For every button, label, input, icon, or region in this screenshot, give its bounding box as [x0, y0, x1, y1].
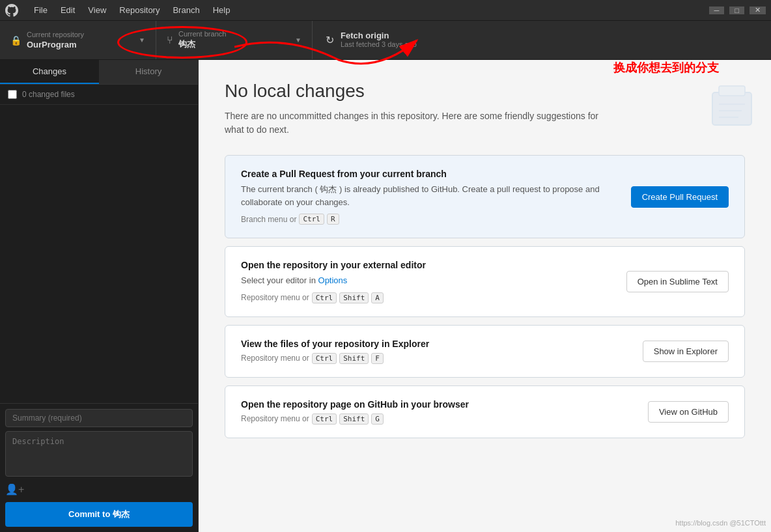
fetch-origin-button[interactable]: ↻ Fetch origin Last fetched 3 days ago [313, 21, 771, 59]
card-pr-desc: The current branch ( 钩杰 ) is already pub… [241, 183, 621, 208]
card-explorer-shortcut-prefix: Repository menu or [241, 354, 309, 363]
card-editor-key-shift: Shift [339, 292, 369, 303]
toolbar: 🔒 Current repository OurProgram ▼ ⑂ Curr… [0, 21, 771, 60]
file-list [0, 105, 198, 403]
branch-name: 钩杰 [178, 38, 287, 50]
menu-help[interactable]: Help [208, 3, 236, 18]
card-pr-shortcut: Branch menu or Ctrl R [241, 214, 621, 225]
svg-rect-1 [712, 92, 751, 125]
card-editor-options-link[interactable]: Options [318, 275, 348, 285]
lock-icon: 🔒 [10, 35, 21, 46]
minimize-button[interactable]: ─ [709, 7, 725, 14]
fetch-info: Fetch origin Last fetched 3 days ago [341, 31, 417, 49]
card-pull-request: Create a Pull Request from your current … [225, 155, 745, 238]
tab-history[interactable]: History [99, 60, 198, 84]
main-content: No local changes There are no uncommitte… [199, 60, 771, 532]
card-explorer-shortcut: Repository menu or Ctrl Shift F [241, 353, 632, 364]
card-pr-body: Create a Pull Request from your current … [241, 169, 621, 225]
fetch-sublabel: Last fetched 3 days ago [341, 40, 417, 49]
card-github-shortcut-prefix: Repository menu or [241, 414, 309, 423]
create-pull-request-button[interactable]: Create Pull Request [631, 186, 729, 208]
summary-input[interactable] [5, 409, 193, 427]
card-editor-shortcut-prefix: Repository menu or [241, 293, 309, 302]
watermark: https://blog.csdn @51CTOttt [675, 519, 766, 527]
commit-footer: 👤+ Commit to 钩杰 [0, 403, 198, 532]
current-repo-selector[interactable]: 🔒 Current repository OurProgram ▼ [0, 21, 156, 59]
card-editor-title: Open the repository in your external edi… [241, 260, 616, 270]
branch-info: Current branch 钩杰 [178, 30, 287, 50]
close-button[interactable]: ✕ [750, 7, 766, 14]
branch-dropdown-arrow: ▼ [295, 36, 301, 44]
menu-bar: File Edit View Repository Branch Help [29, 3, 235, 18]
no-changes-title: No local changes [225, 81, 745, 102]
fetch-label: Fetch origin [341, 31, 417, 40]
card-editor-key-a: A [371, 292, 384, 303]
current-branch-selector[interactable]: ⑂ Current branch 钩杰 ▼ [156, 21, 313, 59]
card-pr-shortcut-prefix: Branch menu or [241, 215, 296, 224]
card-explorer-key-ctrl: Ctrl [312, 353, 337, 364]
menu-edit[interactable]: Edit [55, 3, 80, 18]
coauthor-icon: 👤+ [5, 483, 24, 496]
menu-file[interactable]: File [29, 3, 53, 18]
menu-branch[interactable]: Branch [167, 3, 204, 18]
card-pr-key-ctrl: Ctrl [299, 214, 324, 225]
show-in-explorer-button[interactable]: Show in Explorer [643, 341, 729, 362]
card-github-key-g: G [371, 413, 384, 425]
card-explorer: View the files of your repository in Exp… [225, 325, 745, 378]
titlebar: File Edit View Repository Branch Help ─ … [0, 0, 771, 21]
files-header: 0 changed files [0, 85, 198, 105]
description-textarea[interactable] [5, 431, 193, 477]
menu-view[interactable]: View [83, 3, 111, 18]
branch-label: Current branch [178, 30, 287, 38]
main-layout: Changes History 0 changed files 👤+ Commi… [0, 60, 771, 532]
sidebar-tabs: Changes History [0, 60, 198, 85]
card-github-shortcut: Repository menu or Ctrl Shift G [241, 413, 638, 425]
repo-label: Current repository [27, 31, 131, 39]
card-github-key-ctrl: Ctrl [312, 413, 337, 425]
select-all-checkbox[interactable] [8, 90, 17, 99]
card-pr-title: Create a Pull Request from your current … [241, 169, 621, 179]
card-github: Open the repository page on GitHub in yo… [225, 385, 745, 438]
card-explorer-key-shift: Shift [339, 353, 369, 364]
card-editor: Open the repository in your external edi… [225, 246, 745, 317]
maximize-button[interactable]: □ [729, 7, 744, 14]
repo-info: Current repository OurProgram [27, 31, 131, 49]
no-changes-desc: There are no uncommitted changes in this… [225, 109, 615, 137]
branch-icon: ⑂ [167, 35, 173, 46]
card-editor-desc: Select your editor in Options [241, 274, 616, 287]
card-editor-shortcut: Repository menu or Ctrl Shift A [241, 292, 616, 303]
repo-dropdown-arrow: ▼ [139, 36, 145, 44]
card-explorer-body: View the files of your repository in Exp… [241, 339, 632, 364]
app-logo [5, 4, 18, 17]
menu-repository[interactable]: Repository [114, 3, 165, 18]
coauthor-row: 👤+ [5, 481, 193, 498]
window-controls: ─ □ ✕ [709, 7, 766, 14]
card-explorer-title: View the files of your repository in Exp… [241, 339, 632, 349]
view-on-github-button[interactable]: View on GitHub [648, 401, 729, 423]
open-sublime-text-button[interactable]: Open in Sublime Text [626, 271, 729, 292]
card-editor-body: Open the repository in your external edi… [241, 260, 616, 303]
card-pr-key-r: R [327, 214, 339, 225]
card-editor-desc-prefix: Select your editor in [241, 275, 316, 285]
card-github-key-shift: Shift [339, 413, 369, 425]
sidebar: Changes History 0 changed files 👤+ Commi… [0, 60, 199, 532]
card-github-body: Open the repository page on GitHub in yo… [241, 399, 638, 425]
svg-rect-2 [719, 86, 745, 96]
commit-button[interactable]: Commit to 钩杰 [5, 502, 193, 527]
fetch-icon: ↻ [326, 34, 334, 46]
card-github-title: Open the repository page on GitHub in yo… [241, 399, 638, 410]
card-editor-key-ctrl: Ctrl [312, 292, 337, 303]
illustration [706, 79, 758, 134]
card-explorer-key-f: F [371, 353, 384, 364]
changed-files-count: 0 changed files [22, 90, 75, 99]
repo-name: OurProgram [27, 40, 131, 49]
tab-changes[interactable]: Changes [0, 60, 99, 84]
